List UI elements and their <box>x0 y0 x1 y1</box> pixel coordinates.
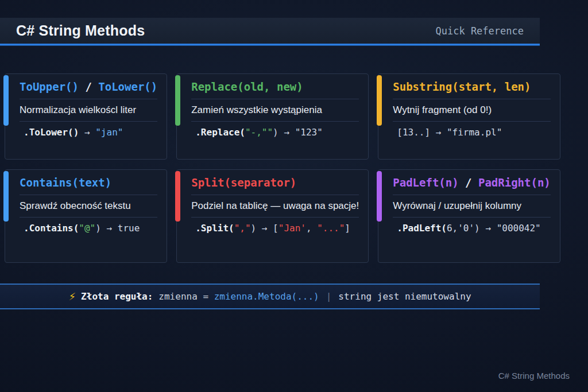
method-example: .ToLower() → "jan" <box>20 127 157 138</box>
code-segment: "jan" <box>95 127 123 138</box>
method-description: Wyrównaj / uzupełnij kolumny <box>393 199 551 213</box>
method-card-split: Split(separator) Podziel na tablicę — uw… <box>176 169 369 263</box>
method-title: Contains(text) <box>20 175 157 191</box>
code-segment: .PadLeft( <box>397 223 447 234</box>
code-segment: , <box>306 223 317 234</box>
title-segment: PadRight(n) <box>478 176 551 189</box>
code-segment: .Split( <box>195 223 234 234</box>
code-segment: "-,"" <box>245 127 273 138</box>
separator: | <box>326 291 332 302</box>
code-segment: "Jan' <box>278 223 306 234</box>
code-segment: ) → "123" <box>273 127 323 138</box>
method-card-toupper-tolower: ToUpper() / ToLower() Normalizacja wielk… <box>5 73 167 160</box>
code-segment: ) → true <box>95 223 140 234</box>
divider <box>20 121 157 122</box>
method-example: [13..] → "firma.pl" <box>393 127 551 138</box>
accent-bar <box>377 75 382 126</box>
method-example: .Contains("@") → true <box>20 223 157 234</box>
divider <box>191 121 359 122</box>
title-segment: Replace(old, new) <box>191 80 303 93</box>
header-bar: C# String Methods Quick Reference <box>0 18 540 45</box>
golden-rule-bar: ⚡ Złota reguła: zmienna = zmienna.Metoda… <box>0 284 540 309</box>
method-card-contains: Contains(text) Sprawdź obecność tekstu .… <box>5 169 167 263</box>
watermark: C# String Methods <box>498 371 570 381</box>
divider <box>393 195 551 195</box>
method-card-replace: Replace(old, new) Zamień wszystkie wystą… <box>176 73 369 160</box>
title-segment: / <box>459 176 478 189</box>
code-segment: "..." <box>317 223 345 234</box>
method-description: Wytnij fragment (od 0!) <box>393 103 551 117</box>
accent-bar <box>3 75 9 126</box>
accent-bar <box>175 171 180 222</box>
method-title: Substring(start, len) <box>393 79 551 95</box>
method-title: Split(separator) <box>191 175 359 191</box>
title-segment: PadLeft(n) <box>393 176 458 189</box>
accent-bar <box>175 75 180 126</box>
divider <box>191 195 359 195</box>
divider <box>393 217 551 218</box>
code-segment: .ToLower() <box>24 127 79 138</box>
quick-reference-label: Quick Reference <box>435 25 524 37</box>
title-segment: ToLower() <box>98 80 157 93</box>
divider <box>20 195 157 195</box>
code-segment: [13..] → "firma.pl" <box>397 127 502 138</box>
method-example: .Replace("-,"") → "123" <box>191 127 359 138</box>
golden-rule-code-highlight: zmienna.Metoda(...) <box>214 291 319 302</box>
golden-rule-note: string jest niemutowalny <box>338 291 471 302</box>
method-card-substring: Substring(start, len) Wytnij fragment (o… <box>378 73 560 160</box>
method-example: .Split(",") → ["Jan', "..."] <box>191 223 359 234</box>
divider <box>393 121 551 122</box>
accent-bar <box>3 171 9 222</box>
code-segment: .Replace( <box>195 127 245 138</box>
method-description: Podziel na tablicę — uwaga na spacje! <box>191 199 359 213</box>
divider <box>393 99 551 99</box>
title-segment: ToUpper() <box>20 80 79 93</box>
title-segment: Split(separator) <box>191 176 296 189</box>
title-segment: / <box>79 80 98 93</box>
divider <box>191 217 359 218</box>
code-segment: "@" <box>79 223 95 234</box>
method-card-padleft-padright: PadLeft(n) / PadRight(n) Wyrównaj / uzup… <box>378 169 560 263</box>
page-title: C# String Methods <box>16 22 145 39</box>
accent-bar <box>377 171 382 222</box>
title-segment: Substring(start, len) <box>393 80 531 93</box>
code-segment: ] <box>345 223 350 234</box>
method-description: Sprawdź obecność tekstu <box>20 199 157 213</box>
golden-rule-code-plain: zmienna = <box>158 291 214 302</box>
title-segment: Contains(text) <box>20 176 111 189</box>
divider <box>20 99 157 99</box>
method-description: Zamień wszystkie wystąpienia <box>191 103 359 117</box>
divider <box>20 217 157 218</box>
lightning-icon: ⚡ <box>68 290 76 302</box>
code-segment: .Contains( <box>24 223 79 234</box>
method-title: Replace(old, new) <box>191 79 359 95</box>
methods-grid: ToUpper() / ToLower() Normalizacja wielk… <box>5 73 537 263</box>
method-description: Normalizacja wielkoścl liter <box>20 103 157 117</box>
code-segment: ) → [ <box>251 223 278 234</box>
method-title: ToUpper() / ToLower() <box>20 79 157 95</box>
code-segment: "," <box>234 223 251 234</box>
code-segment: 6,'0') → "000042" <box>447 223 541 234</box>
divider <box>191 99 359 99</box>
golden-rule-label: Złota reguła: <box>81 291 153 302</box>
code-segment: → <box>79 127 95 138</box>
method-example: .PadLeft(6,'0') → "000042" <box>393 223 551 234</box>
method-title: PadLeft(n) / PadRight(n) <box>393 175 551 191</box>
